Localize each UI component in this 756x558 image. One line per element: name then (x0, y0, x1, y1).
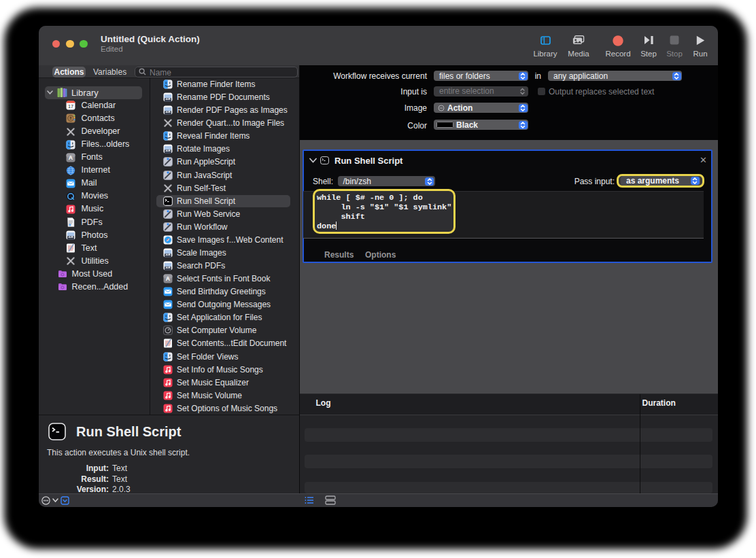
svg-text:A: A (166, 275, 171, 282)
svg-text:A: A (69, 154, 73, 161)
svg-text:17: 17 (68, 104, 73, 110)
